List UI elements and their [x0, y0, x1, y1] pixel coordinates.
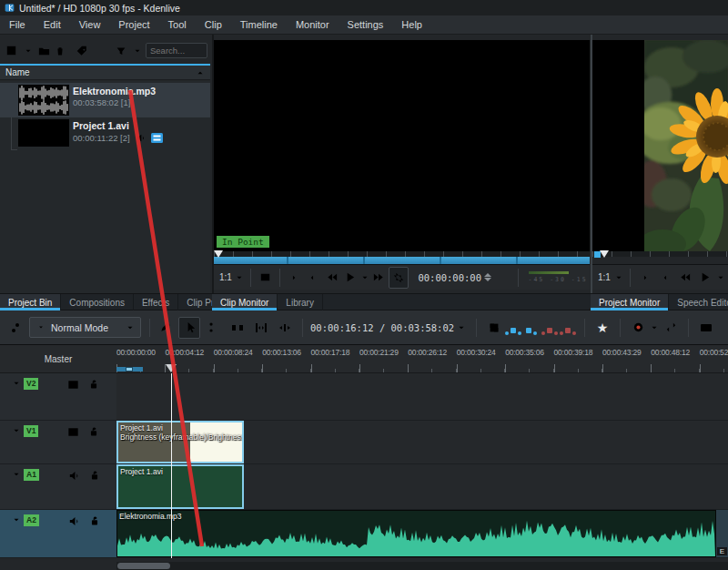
- effects-wand-icon[interactable]: [47, 469, 60, 482]
- tab-project-monitor[interactable]: Project Monitor: [591, 294, 669, 310]
- timeline-timecode[interactable]: 00:00:16:12 / 00:03:58:02: [310, 322, 454, 333]
- chevron-down-icon[interactable]: [12, 470, 21, 479]
- extract-zone-button[interactable]: [541, 315, 559, 341]
- menu-edit[interactable]: Edit: [35, 19, 70, 30]
- timeline-clip-elektronomia[interactable]: Elektronomia.mp3: [116, 510, 716, 557]
- overwrite-zone-button[interactable]: [522, 315, 541, 341]
- audio-track-icon[interactable]: [67, 469, 81, 483]
- monitor-timecode[interactable]: 00:00:00:00: [418, 272, 481, 283]
- lock-icon[interactable]: [87, 378, 100, 391]
- record-dropdown[interactable]: [648, 318, 661, 338]
- search-input[interactable]: [146, 43, 207, 58]
- clip-monitor-zone-bar[interactable]: [214, 257, 590, 264]
- zone-handle[interactable]: [126, 367, 133, 372]
- bin-clip-project1[interactable]: Project 1.avi 00:00:11:22 [2]: [0, 117, 210, 148]
- video-track-icon[interactable]: [66, 378, 80, 392]
- menu-file[interactable]: File: [0, 19, 35, 30]
- menu-project[interactable]: Project: [109, 19, 158, 30]
- zoom-dropdown[interactable]: [234, 268, 246, 288]
- menu-help[interactable]: Help: [392, 19, 431, 30]
- tab-speech-editor[interactable]: Speech Editor: [669, 294, 728, 310]
- chevron-down-icon[interactable]: [12, 515, 21, 524]
- insert-zone-button[interactable]: [504, 315, 522, 341]
- master-track-header[interactable]: Master: [0, 345, 116, 373]
- menu-clip[interactable]: Clip: [196, 19, 231, 30]
- track-lane-v1[interactable]: Project 1.avi Brightness (keyframable)/B…: [116, 421, 728, 464]
- track-tag[interactable]: A2: [24, 514, 39, 526]
- track-lane-v2[interactable]: [116, 373, 728, 421]
- project-monitor-playhead[interactable]: [600, 250, 609, 258]
- timeline-clip-project1-video[interactable]: Project 1.avi Brightness (keyframable)/B…: [116, 421, 244, 463]
- track-lane-a2[interactable]: Elektronomia.mp3: [116, 510, 728, 558]
- tab-effects[interactable]: Effects: [134, 294, 178, 310]
- play-button[interactable]: [340, 268, 359, 288]
- set-out-point-button[interactable]: [655, 268, 675, 288]
- subtitle-track-button[interactable]: [696, 318, 716, 338]
- lock-icon[interactable]: [88, 469, 101, 482]
- effects-wand-icon[interactable]: [47, 514, 60, 527]
- chevron-down-icon[interactable]: [12, 379, 21, 388]
- track-lane-a1[interactable]: Project 1.avi: [116, 464, 728, 510]
- timeline-horizontal-scrollbar[interactable]: [116, 562, 728, 570]
- tab-library[interactable]: Library: [278, 294, 323, 310]
- tab-clip-monitor[interactable]: Clip Monitor: [212, 294, 278, 310]
- lift-zone-button[interactable]: [559, 315, 577, 341]
- favorite-effects-button[interactable]: ★: [592, 318, 612, 338]
- track-tag[interactable]: A1: [24, 469, 39, 481]
- play-button[interactable]: [695, 268, 715, 288]
- selection-tool-button[interactable]: [178, 317, 200, 339]
- forward-button[interactable]: [369, 268, 389, 288]
- audio-track-icon[interactable]: [67, 514, 81, 528]
- track-tag[interactable]: V2: [24, 378, 38, 390]
- spacer-tool-button[interactable]: [228, 318, 248, 338]
- tags-button[interactable]: [74, 42, 90, 60]
- bin-column-header[interactable]: Name: [0, 66, 210, 80]
- set-in-point-button[interactable]: [635, 268, 655, 288]
- set-out-point-button[interactable]: [303, 268, 322, 288]
- monitor-overlay-button[interactable]: [256, 268, 275, 288]
- menu-settings[interactable]: Settings: [339, 19, 393, 30]
- playhead-marker[interactable]: [166, 364, 177, 372]
- track-header-a1[interactable]: A1: [0, 464, 116, 510]
- rewind-button[interactable]: [322, 268, 341, 288]
- timeline-ruler[interactable]: 00:00:00:0000:00:04:12 00:00:08:2400:00:…: [116, 345, 728, 373]
- video-track-icon[interactable]: [66, 425, 80, 439]
- timecode-dropdown[interactable]: [454, 318, 469, 338]
- effects-wand-icon[interactable]: [46, 425, 59, 438]
- menu-tool[interactable]: Tool: [159, 19, 196, 30]
- clip-monitor-playhead[interactable]: [214, 250, 223, 258]
- scrollbar-handle[interactable]: [117, 563, 170, 569]
- audio-mixer-button[interactable]: [661, 318, 681, 338]
- razor-tool-button[interactable]: [204, 318, 224, 338]
- timecode-spinner[interactable]: [484, 273, 491, 281]
- chevron-down-icon[interactable]: [12, 426, 21, 435]
- create-folder-button[interactable]: [36, 42, 53, 60]
- zone-mode-button[interactable]: [389, 267, 410, 289]
- slip-tool-button[interactable]: [275, 318, 295, 338]
- timeline-clip-project1-audio[interactable]: Project 1.avi: [116, 464, 244, 509]
- zoom-level[interactable]: 1:1: [598, 272, 611, 282]
- edit-mode-select[interactable]: Normal Mode: [29, 317, 141, 338]
- project-monitor-ruler[interactable]: [592, 251, 728, 257]
- monitor-menu-button[interactable]: [494, 268, 513, 288]
- lock-icon[interactable]: [88, 514, 101, 527]
- menu-view[interactable]: View: [70, 19, 110, 30]
- fit-zoom-button[interactable]: [251, 318, 271, 338]
- menu-monitor[interactable]: Monitor: [287, 19, 339, 30]
- play-dropdown[interactable]: [359, 268, 369, 288]
- track-header-v2[interactable]: V2: [0, 373, 116, 421]
- zoom-dropdown[interactable]: [612, 268, 625, 288]
- track-tag[interactable]: V1: [24, 425, 38, 437]
- add-clip-button[interactable]: [4, 42, 20, 60]
- zoom-level[interactable]: 1:1: [219, 272, 232, 282]
- bin-menu-button[interactable]: [94, 42, 110, 60]
- delete-clip-button[interactable]: [52, 42, 68, 60]
- tab-project-bin[interactable]: Project Bin: [0, 294, 61, 310]
- add-clip-dropdown[interactable]: [20, 42, 36, 60]
- play-dropdown[interactable]: [715, 268, 726, 288]
- track-header-a2[interactable]: A2: [0, 510, 116, 558]
- bin-clip-elektronomia[interactable]: Elektronomia.mp3 00:03:58:02 [1]: [0, 83, 210, 117]
- lock-icon[interactable]: [87, 425, 100, 438]
- set-in-point-button[interactable]: [285, 268, 304, 288]
- track-header-v1[interactable]: V1: [0, 421, 116, 464]
